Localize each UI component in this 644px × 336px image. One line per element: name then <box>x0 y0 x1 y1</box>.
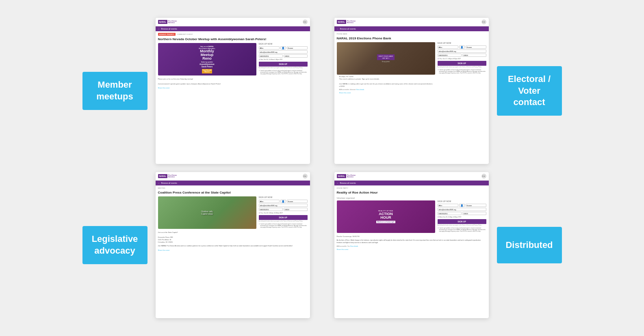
signup-title-bl: SIGN UP NOW <box>259 196 308 198</box>
signup-form-tr: SIGN UP NOW Allen 👤 Kramer allen@mobiliz… <box>438 42 486 95</box>
signup-button-tr[interactable]: SIGN UP <box>438 61 486 66</box>
signup-button-bl[interactable]: SIGN UP <box>259 215 308 220</box>
account-icon-tl[interactable]: A ▾ <box>303 19 308 24</box>
event-body-br: As the fate of Roe v Wade hangs in the b… <box>334 239 489 245</box>
naral-logo-box-tr: NARAL <box>337 20 347 24</box>
event-title-tr: NARAL 2019 Elections Phone Bank <box>334 36 489 42</box>
name-icon-bl: 👤 <box>280 200 286 203</box>
first-name-input-br[interactable]: Allen <box>438 204 458 207</box>
account-icon-br[interactable]: A ▾ <box>481 174 486 179</box>
event-badges-bl: MEETING <box>156 185 310 190</box>
event-details-tr: Brooklyn, NY 11201 This event's address … <box>337 75 435 88</box>
naral-logo-text: Pro-ChoiceAmerica <box>168 20 177 24</box>
event-date-tr: Thu, Oct 17, 6:00pm-8:00pm EDT <box>438 58 486 60</box>
email-input-br[interactable]: allen@mobilize2020.org <box>438 208 486 211</box>
phone-zip-row-bl: 6463352251 10024 <box>259 208 308 211</box>
browse-bar-br[interactable]: Browse all events <box>334 181 489 185</box>
name-icon-tr: 👤 <box>459 45 465 49</box>
ada-link-br[interactable]: Show details <box>350 246 358 247</box>
card-left-tr: KEEP YOUR LAWSOFF MY ▪ Group photo Brook… <box>337 42 435 95</box>
last-name-input-tl[interactable]: Kramer <box>287 46 308 50</box>
browse-bar-bl[interactable]: Browse all events <box>156 181 310 185</box>
priority-badge: HIGHEST PRIORITY <box>158 33 176 36</box>
email-input-tl[interactable]: allen@mobilize2020.org <box>259 50 308 54</box>
location-city-br: Rancho Cucamonga, CA 91730 <box>337 235 486 238</box>
browse-bar-tl[interactable]: Browse all events <box>156 26 310 31</box>
naral-logo-box-bl: NARAL <box>158 174 168 178</box>
phone-input-tr[interactable]: 6463352251 <box>438 54 462 57</box>
signup-button-br[interactable]: SIGN UP <box>438 219 486 224</box>
share-link-bl[interactable]: Share this event <box>156 248 310 252</box>
event-title-tl: Northern Nevada October Meetup with Asse… <box>156 37 310 43</box>
event-subtitle-br: Volunteer organized <box>334 196 489 200</box>
bottom-row: Legislative advocacy NARAL Pro-ChoiceAme… <box>0 168 644 322</box>
event-badges-br: HOUSE PARTY <box>334 185 489 190</box>
naral-logo-bl: NARAL Pro-ChoiceAmerica <box>158 174 177 178</box>
zip-input-tr[interactable]: 10024 <box>462 54 486 57</box>
phone-input-tl[interactable]: 6463352251 <box>259 54 283 58</box>
card-topbar-tl: NARAL Pro-ChoiceAmerica A ▾ <box>156 18 310 26</box>
event-badges-tl: HIGHEST PRIORITY COMMUNITY EVENT <box>156 31 310 37</box>
event-image-tl: Join us at NARALPro-Choice Nevada's Mont… <box>158 43 256 75</box>
type-badge-tr: PHONE BANK <box>337 33 347 35</box>
card-body-tl: Join us at NARALPro-Choice Nevada's Mont… <box>156 43 310 77</box>
card-legislative: NARAL Pro-ChoiceAmerica A ▾ Browse all e… <box>156 172 310 318</box>
phone-zip-row-tl: 6463352251 10024 <box>259 54 308 58</box>
share-link-br[interactable]: Share this event <box>334 248 489 251</box>
zip-input-br[interactable]: 10024 <box>462 212 486 215</box>
phone-input-bl[interactable]: 6463352251 <box>259 208 283 211</box>
naral-logo-tl: NARAL Pro-ChoiceAmerica <box>158 20 177 24</box>
naral-logo-tr: NARAL Pro-ChoiceAmerica <box>337 20 356 24</box>
card-topbar-bl: NARAL Pro-ChoiceAmerica A ▾ <box>156 172 310 181</box>
card-phone-bank: NARAL Pro-ChoiceAmerica A ▾ Browse all e… <box>334 18 489 164</box>
account-icon-tr[interactable]: A ▾ <box>481 19 486 24</box>
name-icon-tl: 👤 <box>280 46 286 50</box>
card-member-meetup: NARAL Pro-ChoiceAmerica A ▾ Browse all e… <box>156 18 310 164</box>
legislative-advocacy-label: Legislative advocacy <box>82 226 147 264</box>
last-name-input-br[interactable]: Kramer <box>466 204 486 207</box>
share-link-tl[interactable]: Share this event <box>156 86 310 90</box>
naral-logo-box-br: NARAL <box>337 174 347 178</box>
first-name-input-tr[interactable]: Allen <box>438 45 458 49</box>
event-image-tr: KEEP YOUR LAWSOFF MY ▪ Group photo <box>337 42 435 75</box>
card-body-bl: Outdoor rallyCapitol steps SIGN UP NOW A… <box>156 196 310 230</box>
zip-input-bl[interactable]: 10024 <box>284 208 308 211</box>
ada-link-tr[interactable]: Show details <box>356 89 364 90</box>
phone-zip-row-tr: 6463352251 10024 <box>438 54 486 57</box>
signup-title-tr: SIGN UP NOW <box>438 42 486 44</box>
last-name-input-bl[interactable]: Kramer <box>287 200 308 203</box>
card-body-br: Reality of Roe ACTIONHOUR Abortion is a … <box>334 200 489 235</box>
event-date-tl: Sat, Oct 19, 11:00am-1:00pm PDT <box>259 58 308 60</box>
phone-input-br[interactable]: 6463352251 <box>438 212 462 215</box>
last-name-input-tr[interactable]: Kramer <box>466 45 486 49</box>
event-date-br: Wed, Oct 23, 6:30pm-8:30pm PDT <box>438 216 486 218</box>
signup-title-tl: SIGN UP NOW <box>259 43 308 45</box>
form-name-row-bl: Allen 👤 Kramer <box>259 200 308 203</box>
checkbox-row-tr: ☐I want to get updates on how to stay in… <box>438 69 486 74</box>
account-icon-bl[interactable]: A ▾ <box>303 174 308 179</box>
email-input-bl[interactable]: allen@mobilize2020.org <box>259 204 308 207</box>
electoral-voter-label: Electoral / Voter contact <box>497 66 562 116</box>
checkbox-row-tl: ☐I want to get updates on how to stay in… <box>259 70 308 75</box>
type-badge-bl: MEETING <box>158 187 165 189</box>
trust-badge: Trust NevadaWomen <box>202 69 212 73</box>
browse-bar-tr[interactable]: Browse all events <box>334 26 489 31</box>
card-distributed: NARAL Pro-ChoiceAmerica A ▾ Browse all e… <box>334 172 489 318</box>
share-link-tr[interactable]: Share this event <box>337 91 435 95</box>
first-name-input-bl[interactable]: Allen <box>259 200 280 203</box>
event-image-bl: Outdoor rallyCapitol steps <box>158 196 256 229</box>
phone-zip-row-br: 6463352251 10024 <box>438 212 486 215</box>
signup-form-br: SIGN UP NOW Allen 👤 Kramer allen@mobiliz… <box>438 200 486 233</box>
card-left-br: Reality of Roe ACTIONHOUR Abortion is a … <box>337 200 435 233</box>
zip-input-tl[interactable]: 10024 <box>284 54 308 58</box>
card-topbar-br: NARAL Pro-ChoiceAmerica A ▾ <box>334 172 489 181</box>
email-input-tr[interactable]: allen@mobilize2020.org <box>438 50 486 53</box>
card-left-bl: Outdoor rallyCapitol steps <box>158 196 256 229</box>
location-city-bl: Columbia, SC 29201 <box>158 241 308 243</box>
first-name-input-tl[interactable]: Allen <box>259 46 280 50</box>
type-badge: COMMUNITY EVENT <box>177 33 193 35</box>
signup-button-tl[interactable]: SIGN UP <box>259 62 308 67</box>
name-icon-br: 👤 <box>459 204 465 207</box>
signup-form-tl: SIGN UP NOW Allen 👤 Kramer allen@mobiliz… <box>259 43 308 75</box>
naral-logo-br: NARAL Pro-ChoiceAmerica <box>337 174 356 178</box>
